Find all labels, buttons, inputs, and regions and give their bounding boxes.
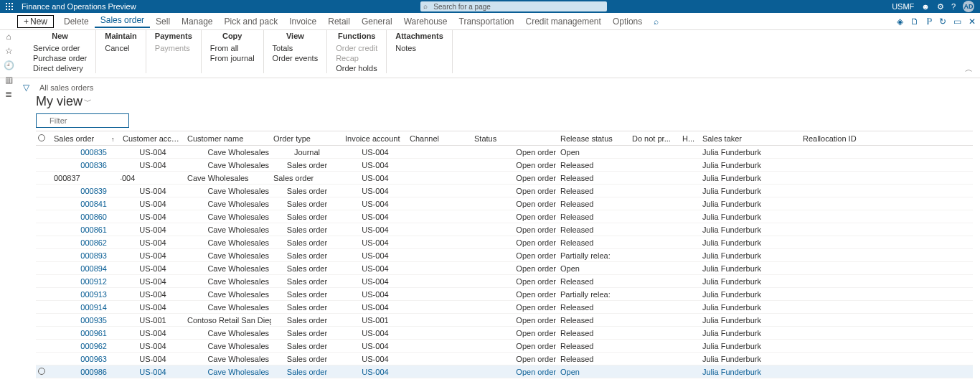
sales-order-link[interactable]: 000935 [54, 316, 107, 325]
table-row[interactable]: 000986US-004Cave WholesalesSales orderUS… [36, 365, 973, 378]
view-title[interactable]: My view ﹀ [36, 94, 973, 109]
action-tab-retail[interactable]: Retail [322, 17, 356, 27]
col-header[interactable]: Sales taker [700, 134, 801, 143]
sales-order-link[interactable]: 000861 [54, 225, 107, 234]
ribbon-item-from-journal[interactable]: From journal [210, 53, 255, 63]
table-row[interactable]: 000963US-004Cave WholesalesSales orderUS… [36, 353, 973, 365]
ribbon-item-totals[interactable]: Totals [273, 43, 319, 53]
sales-order-link[interactable]: 000962 [54, 342, 107, 350]
sales-order-link[interactable]: 000862 [54, 238, 107, 247]
sales-order-link[interactable]: 000893 [54, 251, 107, 260]
table-row[interactable]: 000839US-004Cave WholesalesSales orderUS… [36, 185, 973, 197]
ribbon-item-recap[interactable]: Recap [336, 53, 377, 63]
table-row[interactable]: 000862US-004Cave WholesalesSales orderUS… [36, 236, 973, 249]
table-row[interactable]: 000914US-004Cave WholesalesSales orderUS… [36, 301, 973, 314]
sales-order-link[interactable]: 000912 [54, 277, 107, 286]
ribbon-item-order-holds[interactable]: Order holds [336, 63, 377, 73]
ribbon-item-notes[interactable]: Notes [395, 43, 443, 53]
table-row[interactable]: 000835US-004Cave WholesalesJournalUS-004… [36, 146, 973, 159]
col-header[interactable]: Channel [407, 134, 472, 143]
refresh2-icon[interactable]: ↻ [939, 17, 946, 27]
table-row[interactable]: 000860US-004Cave WholesalesSales orderUS… [36, 210, 973, 223]
ribbon-item-order-credit[interactable]: Order credit [336, 43, 377, 53]
col-header[interactable]: Order type [271, 134, 343, 143]
table-row[interactable]: 000861US-004Cave WholesalesSales orderUS… [36, 223, 973, 236]
sales-order-link[interactable]: 000839 [54, 187, 107, 195]
sales-order-link[interactable]: 000836 [54, 161, 107, 169]
table-row[interactable]: 000935US-001Contoso Retail San DiegoSale… [36, 314, 973, 327]
ribbon-item-service-order[interactable]: Service order [33, 43, 87, 53]
refresh-icon[interactable]: ℙ [926, 17, 932, 27]
col-header[interactable] [36, 134, 52, 143]
global-search-input[interactable] [420, 1, 607, 11]
sales-order-link[interactable]: 000914 [54, 303, 107, 312]
diamond-icon[interactable]: ◈ [897, 17, 903, 27]
action-tab-warehouse[interactable]: Warehouse [398, 17, 453, 27]
attach-icon[interactable]: 🗋 [910, 17, 919, 27]
breadcrumb[interactable]: All sales orders [39, 83, 93, 92]
new-button[interactable]: + New [17, 15, 54, 28]
action-search-icon[interactable]: ⌕ [648, 17, 664, 27]
sales-order-link[interactable]: 000913 [54, 290, 107, 299]
status-cell: Open order [474, 342, 556, 350]
action-tab-credit-management[interactable]: Credit management [519, 17, 606, 27]
action-tab-transportation[interactable]: Transportation [453, 17, 520, 27]
col-header[interactable]: ↑ [109, 134, 121, 143]
col-header[interactable]: Invoice account [343, 134, 407, 143]
action-tab-sell[interactable]: Sell [150, 17, 176, 27]
ribbon-item-payments[interactable]: Payments [155, 43, 192, 53]
inv-acct-cell: US-004 [345, 368, 405, 376]
legal-entity[interactable]: USMF [892, 2, 914, 11]
ribbon-item-cancel[interactable]: Cancel [105, 43, 137, 53]
gear-icon[interactable]: ⚙ [937, 2, 944, 11]
col-header[interactable]: Customer name [185, 134, 271, 143]
action-tab-delete[interactable]: Delete [58, 17, 95, 27]
col-header[interactable]: Status [472, 134, 558, 143]
ribbon-item-order-events[interactable]: Order events [273, 53, 319, 63]
action-tab-pick-and-pack[interactable]: Pick and pack [218, 17, 283, 27]
row-radio[interactable] [38, 368, 45, 375]
table-row[interactable]: 000962US-004Cave WholesalesSales orderUS… [36, 340, 973, 353]
sales-order-link[interactable]: 000961 [54, 329, 107, 337]
action-tab-invoice[interactable]: Invoice [283, 17, 322, 27]
close-icon[interactable]: ✕ [969, 17, 976, 27]
sales-order-link[interactable]: 000963 [54, 355, 107, 363]
col-header[interactable]: Sales order [52, 134, 109, 143]
col-header[interactable]: Release status [558, 134, 630, 143]
sales-order-link[interactable]: 000894 [54, 264, 107, 273]
chevron-up-icon[interactable]: ︿ [965, 64, 973, 75]
funnel-icon[interactable]: ▽ [23, 83, 29, 93]
help-icon[interactable]: ? [951, 2, 956, 11]
table-row[interactable]: 000912US-004Cave WholesalesSales orderUS… [36, 275, 973, 288]
action-tab-sales-order[interactable]: Sales order [95, 15, 150, 28]
avatar[interactable]: AD [963, 1, 974, 12]
table-row[interactable]: 000893US-004Cave WholesalesSales orderUS… [36, 249, 973, 262]
sales-order-link[interactable]: 000835 [54, 148, 107, 157]
table-row[interactable]: 000841US-004Cave WholesalesSales orderUS… [36, 197, 973, 210]
col-header[interactable]: Do not pr... [630, 134, 680, 143]
sales-order-link[interactable]: 000860 [54, 213, 107, 221]
select-all-radio[interactable] [38, 134, 45, 141]
ribbon-item-direct-delivery[interactable]: Direct delivery [33, 63, 87, 73]
table-row[interactable]: 000836US-004Cave WholesalesSales orderUS… [36, 159, 973, 172]
action-tab-options[interactable]: Options [607, 17, 648, 27]
sales-order-link[interactable]: 000986 [54, 368, 107, 376]
waffle-icon[interactable] [3, 3, 16, 10]
table-row[interactable]: 000837US-004Cave WholesalesSales orderUS… [36, 172, 973, 185]
sales-taker-cell: Julia Funderburk [702, 148, 761, 157]
table-row[interactable]: 000961US-004Cave WholesalesSales orderUS… [36, 327, 973, 340]
quick-filter-input[interactable] [36, 113, 129, 128]
action-tab-general[interactable]: General [356, 17, 398, 27]
col-header[interactable]: Reallocation ID [801, 134, 872, 143]
table-row[interactable]: 000894US-004Cave WholesalesSales orderUS… [36, 262, 973, 275]
sales-order-link[interactable]: 000841 [54, 200, 107, 208]
ribbon-item-purchase-order[interactable]: Purchase order [33, 53, 87, 63]
table-row[interactable]: 000913US-004Cave WholesalesSales orderUS… [36, 288, 973, 301]
col-header[interactable]: H... [680, 134, 700, 143]
ribbon-item-from-all[interactable]: From all [210, 43, 255, 53]
col-header[interactable]: Customer account [121, 134, 185, 143]
action-tab-manage[interactable]: Manage [176, 17, 218, 27]
emoji-icon[interactable]: ☻ [921, 2, 930, 11]
list-icon[interactable]: ≣ [5, 89, 12, 99]
popout-icon[interactable]: ▭ [953, 17, 961, 27]
